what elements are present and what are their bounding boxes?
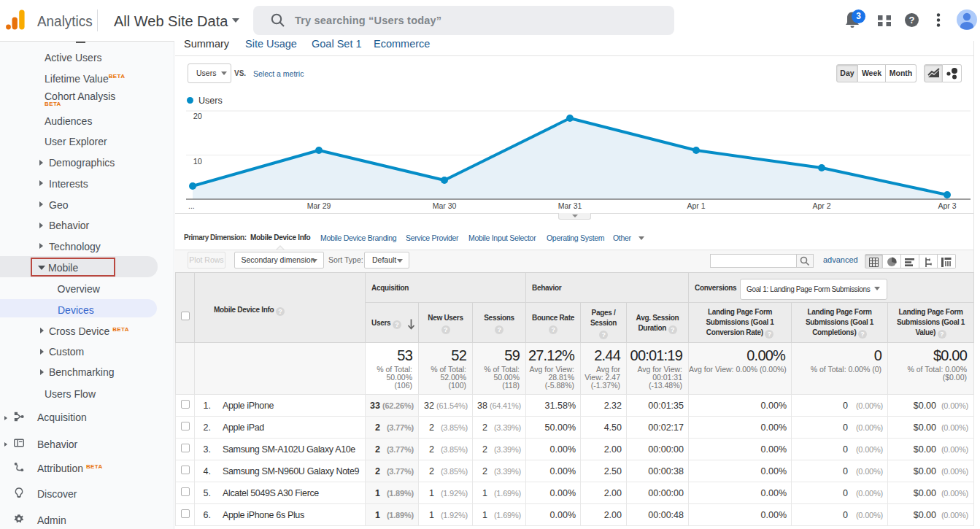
svg-text:10: 10 xyxy=(193,157,202,166)
svg-text:Apr 2: Apr 2 xyxy=(812,201,830,210)
svg-text:Apr 1: Apr 1 xyxy=(687,201,705,210)
svg-text:...: ... xyxy=(188,201,195,210)
svg-text:20: 20 xyxy=(193,112,202,120)
svg-text:Apr 3: Apr 3 xyxy=(938,201,956,210)
svg-text:Mar 31: Mar 31 xyxy=(558,201,582,210)
svg-text:Mar 30: Mar 30 xyxy=(433,201,457,210)
svg-text:Mar 29: Mar 29 xyxy=(307,201,331,210)
